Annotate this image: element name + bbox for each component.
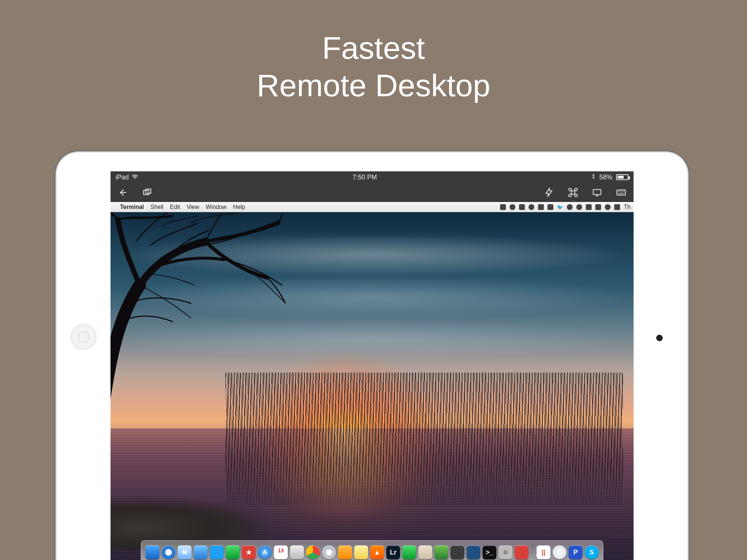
- dock-reeder[interactable]: [418, 545, 432, 559]
- display-mode-button[interactable]: [591, 187, 603, 198]
- ipad-screen: iPad 7:50 PM 58%: [111, 171, 634, 560]
- windows-button[interactable]: [141, 187, 153, 198]
- airplay-icon[interactable]: [586, 204, 592, 210]
- volume-icon[interactable]: [614, 204, 620, 210]
- cloud-icon[interactable]: [547, 204, 553, 210]
- dock-wunderlist[interactable]: ★: [242, 545, 256, 559]
- dropbox-icon[interactable]: [510, 204, 515, 210]
- arrow-up-icon[interactable]: [519, 204, 525, 210]
- dock-finder[interactable]: [146, 545, 159, 559]
- dock-messages[interactable]: [226, 545, 240, 559]
- dock-calendar[interactable]: 13: [274, 545, 288, 559]
- dock-parallels[interactable]: ||: [537, 545, 550, 559]
- dock-vlc[interactable]: ▲: [370, 545, 384, 559]
- dock-preview[interactable]: [290, 545, 304, 559]
- bluetooth-icon: [591, 173, 596, 182]
- dock-lightroom[interactable]: Lr: [386, 545, 400, 559]
- ios-status-bar: iPad 7:50 PM 58%: [111, 171, 634, 183]
- drive-icon[interactable]: [529, 204, 534, 210]
- mac-menu-shell[interactable]: Shell: [151, 204, 164, 210]
- dock-facetime[interactable]: [402, 545, 416, 559]
- ipad-camera: [656, 335, 663, 341]
- ipad-frame: iPad 7:50 PM 58%: [57, 152, 688, 560]
- modifier-keys-button[interactable]: [567, 187, 579, 198]
- dock-appx[interactable]: [515, 545, 529, 559]
- dock-tweetbot[interactable]: [194, 545, 208, 559]
- dock-sourcetree[interactable]: [467, 545, 480, 559]
- keyboard-button[interactable]: [615, 187, 627, 198]
- headline-line1: Fastest: [0, 29, 747, 67]
- mac-menu-window[interactable]: Window: [206, 204, 227, 210]
- wifi-icon: [132, 174, 138, 181]
- app-toolbar: [111, 183, 634, 202]
- battery-percent-label: 58%: [599, 174, 612, 181]
- dock-mail[interactable]: ✉: [178, 545, 191, 559]
- promo-headline: Fastest Remote Desktop: [0, 29, 747, 104]
- target-icon[interactable]: [567, 204, 573, 210]
- twitter-icon[interactable]: 🐦: [557, 204, 563, 210]
- calendar-day-label: 13: [274, 548, 288, 553]
- mac-menubar: Terminal ShellEditViewWindowHelp 🐦Th: [111, 202, 634, 212]
- dock-safari[interactable]: [162, 545, 175, 559]
- dock-app-store[interactable]: A: [258, 545, 272, 559]
- dock-separator: [532, 544, 533, 557]
- lock-icon[interactable]: [576, 204, 582, 210]
- quick-actions-button[interactable]: [543, 187, 555, 198]
- ipad-home-button[interactable]: [70, 324, 97, 350]
- active-app-name[interactable]: Terminal: [120, 204, 144, 210]
- mac-menu-help[interactable]: Help: [233, 204, 245, 210]
- dock-pandora[interactable]: P: [569, 545, 582, 559]
- dock-downloads[interactable]: [553, 545, 566, 559]
- dock-evernote[interactable]: [434, 545, 448, 559]
- svg-point-0: [135, 178, 135, 179]
- remote-screen[interactable]: Terminal ShellEditViewWindowHelp 🐦Th: [111, 202, 634, 560]
- mac-menu-view[interactable]: View: [187, 204, 199, 210]
- menubar-clock[interactable]: Th: [624, 204, 631, 210]
- dock-sysprefs[interactable]: [499, 545, 512, 559]
- back-button[interactable]: [117, 187, 129, 198]
- mac-menu-edit[interactable]: Edit: [170, 204, 180, 210]
- dock-skype[interactable]: S: [585, 545, 599, 559]
- svg-rect-4: [617, 190, 625, 195]
- dock-iterm[interactable]: >_: [483, 545, 496, 559]
- headline-line2: Remote Desktop: [0, 67, 747, 104]
- dock-ibooks[interactable]: [338, 545, 352, 559]
- bowler-icon[interactable]: [538, 204, 544, 210]
- dock-notes[interactable]: [354, 545, 368, 559]
- display-icon[interactable]: [605, 204, 611, 210]
- battery-icon: [616, 174, 628, 180]
- mac-dock: ✉★A13♪▲Lr>_||PS: [111, 540, 634, 560]
- dock-sublime[interactable]: [450, 545, 464, 559]
- dock-twitter[interactable]: [210, 545, 224, 559]
- svg-rect-3: [593, 190, 601, 195]
- umbrella-icon[interactable]: [500, 204, 506, 210]
- clock-label: 7:50 PM: [138, 174, 591, 181]
- desktop-wallpaper: ✉★A13♪▲Lr>_||PS: [111, 212, 634, 560]
- sync-icon[interactable]: [595, 204, 601, 210]
- wallpaper-tree: [111, 212, 286, 405]
- dock-chrome[interactable]: [306, 545, 320, 559]
- dock-itunes[interactable]: ♪: [322, 545, 336, 559]
- carrier-label: iPad: [116, 174, 129, 181]
